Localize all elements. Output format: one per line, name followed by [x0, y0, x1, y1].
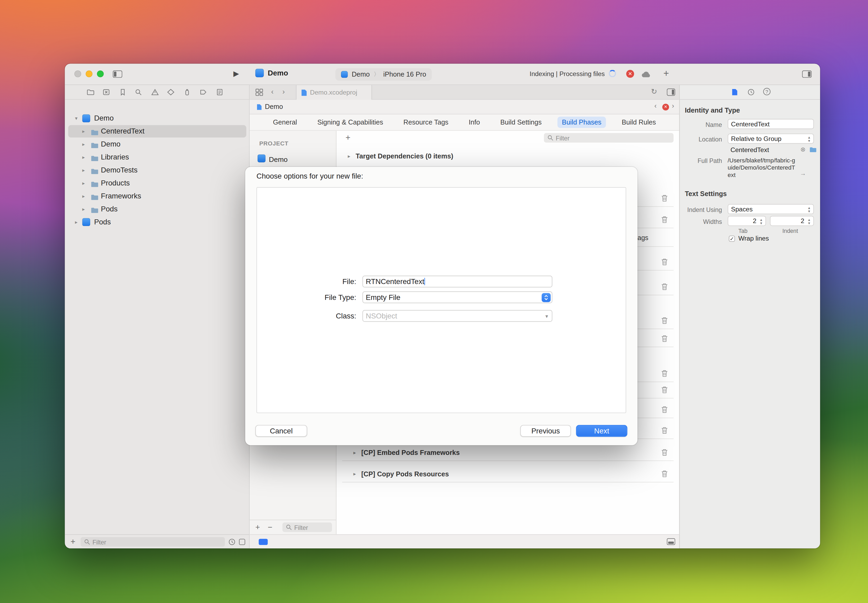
disclosure-chevron-icon[interactable]: ▸ [75, 216, 77, 228]
debug-navigator-icon[interactable] [183, 88, 191, 97]
tab-build-rules[interactable]: Build Rules [617, 117, 660, 128]
location-popup[interactable]: Relative to Group ▲▼ [727, 133, 814, 144]
prev-issue-icon[interactable]: ‹ [654, 102, 657, 110]
trash-icon[interactable] [661, 386, 668, 395]
close-button[interactable] [74, 71, 81, 77]
forward-button[interactable]: › [282, 87, 285, 96]
project-navigator-icon[interactable] [87, 88, 95, 97]
tree-item-frameworks[interactable]: ▸ Frameworks [68, 190, 246, 203]
tab-resource-tags[interactable]: Resource Tags [399, 117, 453, 128]
tab-width-stepper[interactable]: 2 ▲▼ [727, 216, 766, 226]
trash-icon[interactable] [661, 216, 668, 225]
navigator-toggle-icon[interactable] [113, 71, 122, 79]
reset-location-icon[interactable]: ⊗ [800, 146, 806, 153]
reports-navigator-icon[interactable] [216, 88, 224, 97]
name-field[interactable]: CenteredText [727, 119, 814, 129]
build-phase-row-embed-pods[interactable]: ▸ [CP] Embed Pods Frameworks [342, 444, 673, 461]
disclosure-chevron-icon[interactable]: ▸ [82, 164, 85, 176]
class-combobox[interactable]: NSObject ▼ [362, 310, 552, 322]
related-items-icon[interactable] [255, 88, 263, 97]
add-target-button[interactable]: + [255, 523, 260, 532]
add-build-phase-button[interactable]: + [345, 133, 351, 142]
tree-item-pods-project[interactable]: ▸ Pods [68, 216, 246, 228]
tab-build-settings[interactable]: Build Settings [496, 117, 546, 128]
choose-folder-icon[interactable] [809, 147, 817, 154]
trash-icon[interactable] [661, 335, 668, 344]
navigator-filter-field[interactable]: Filter [80, 537, 225, 547]
source-control-icon[interactable] [102, 88, 110, 97]
disclosure-chevron-icon[interactable]: ▸ [82, 177, 85, 189]
jump-bar-item[interactable]: Demo [265, 102, 283, 110]
history-inspector-icon[interactable] [747, 88, 755, 97]
adjust-editor-icon[interactable] [258, 539, 268, 545]
next-issue-icon[interactable]: › [672, 102, 674, 110]
scm-filter-icon[interactable] [238, 538, 246, 547]
tab-signing[interactable]: Signing & Capabilities [313, 117, 388, 128]
trash-icon[interactable] [661, 195, 668, 204]
trash-icon[interactable] [661, 470, 668, 479]
issue-badge[interactable]: ✕ [662, 104, 669, 110]
breakpoints-navigator-icon[interactable] [200, 88, 207, 97]
issues-navigator-icon[interactable] [151, 88, 159, 97]
wrap-lines-checkbox[interactable]: ✓ [729, 235, 735, 242]
tree-item-demo-group[interactable]: ▸ Demo [68, 138, 246, 150]
trash-icon[interactable] [661, 283, 668, 292]
tree-item-demo-project[interactable]: ▾ Demo [68, 112, 246, 125]
disclosure-chevron-icon[interactable]: ▸ [353, 465, 356, 482]
file-name-input[interactable]: RTNCenteredText [362, 275, 552, 288]
tree-item-products[interactable]: ▸ Products [68, 177, 246, 189]
add-editor-icon[interactable] [667, 88, 675, 97]
previous-button[interactable]: Previous [520, 425, 571, 437]
minimize-button[interactable] [85, 71, 93, 77]
disclosure-chevron-icon[interactable]: ▸ [348, 153, 351, 159]
file-type-popup[interactable]: Empty File [362, 291, 552, 303]
disclosure-chevron-icon[interactable]: ▸ [82, 190, 85, 203]
disclosure-chevron-icon[interactable]: ▸ [82, 138, 85, 150]
disclosure-chevron-icon[interactable]: ▾ [75, 112, 77, 125]
tree-item-centeredtext[interactable]: ▸ CenteredText [68, 125, 246, 138]
stepper-arrows-icon[interactable]: ▲▼ [806, 218, 812, 225]
tests-navigator-icon[interactable] [167, 88, 175, 97]
find-navigator-icon[interactable] [135, 88, 142, 97]
phases-header[interactable]: Target Dependencies (0 items) [356, 152, 453, 160]
trash-icon[interactable] [661, 370, 668, 379]
build-phase-row-copy-pods[interactable]: ▸ [CP] Copy Pods Resources [342, 465, 673, 482]
error-badge[interactable]: ✕ [626, 70, 634, 78]
run-button[interactable]: ▶ [234, 70, 239, 78]
tab-build-phases[interactable]: Build Phases [557, 117, 606, 128]
back-button[interactable]: ‹ [271, 87, 274, 96]
zoom-button[interactable] [97, 71, 104, 77]
inspector-toggle-icon[interactable] [802, 71, 812, 79]
tree-item-demotests[interactable]: ▸ DemoTests [68, 164, 246, 176]
tree-item-pods-group[interactable]: ▸ Pods [68, 203, 246, 215]
tab-demo-xcodeproj[interactable]: Demo.xcodeproj [296, 85, 372, 100]
destination-control[interactable]: Demo 〉 iPhone 16 Pro [336, 68, 432, 80]
target-filter-field[interactable]: Filter [282, 523, 332, 532]
build-phase-filter-field[interactable]: Filter [544, 133, 673, 142]
trash-icon[interactable] [661, 258, 668, 267]
project-item-label[interactable]: Demo [269, 156, 288, 164]
cancel-button[interactable]: Cancel [255, 425, 307, 437]
disclosure-chevron-icon[interactable]: ▸ [353, 444, 356, 461]
trash-icon[interactable] [661, 427, 668, 436]
next-button[interactable]: Next [576, 425, 627, 437]
disclosure-chevron-icon[interactable]: ▸ [82, 125, 85, 138]
add-button[interactable]: + [664, 68, 669, 79]
reload-icon[interactable]: ↻ [651, 87, 657, 96]
canvas-toggle-icon[interactable] [667, 538, 675, 547]
trash-icon[interactable] [661, 317, 668, 326]
tab-info[interactable]: Info [464, 117, 484, 128]
jump-to-path-icon[interactable]: → [800, 170, 806, 176]
help-inspector-icon[interactable]: ? [763, 88, 771, 95]
disclosure-chevron-icon[interactable]: ▸ [82, 151, 85, 164]
recents-filter-icon[interactable] [228, 538, 236, 547]
bookmarks-icon[interactable] [119, 88, 127, 97]
trash-icon[interactable] [661, 406, 668, 415]
tab-general[interactable]: General [268, 117, 302, 128]
disclosure-chevron-icon[interactable]: ▸ [82, 203, 85, 215]
file-inspector-icon[interactable] [732, 88, 738, 97]
trash-icon[interactable] [661, 448, 668, 458]
scheme-control[interactable]: Demo [255, 69, 288, 77]
remove-target-button[interactable]: − [268, 523, 272, 532]
stepper-arrows-icon[interactable]: ▲▼ [758, 218, 764, 225]
